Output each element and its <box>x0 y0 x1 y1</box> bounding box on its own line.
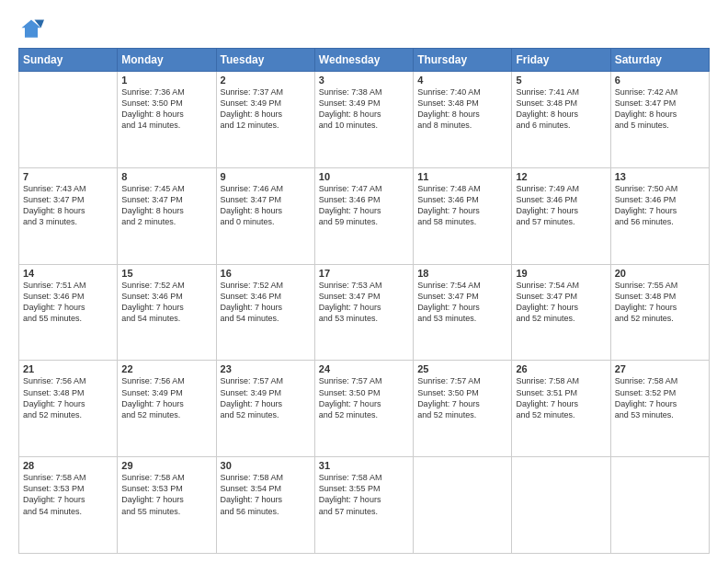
calendar-cell: 14Sunrise: 7:51 AM Sunset: 3:46 PM Dayli… <box>19 264 118 361</box>
calendar-cell <box>610 457 709 554</box>
day-number: 14 <box>23 268 113 279</box>
cell-info: Sunrise: 7:58 AM Sunset: 3:54 PM Dayligh… <box>221 472 311 517</box>
calendar-cell: 4Sunrise: 7:40 AM Sunset: 3:48 PM Daylig… <box>414 72 512 168</box>
calendar-cell <box>512 457 610 554</box>
cell-info: Sunrise: 7:54 AM Sunset: 3:47 PM Dayligh… <box>417 280 507 325</box>
day-number: 25 <box>417 363 507 374</box>
week-row-2: 7Sunrise: 7:43 AM Sunset: 3:47 PM Daylig… <box>19 167 710 264</box>
calendar-cell: 22Sunrise: 7:56 AM Sunset: 3:49 PM Dayli… <box>118 361 216 457</box>
day-number: 3 <box>319 75 409 86</box>
weekday-header-saturday: Saturday <box>610 49 709 72</box>
calendar-cell: 20Sunrise: 7:55 AM Sunset: 3:48 PM Dayli… <box>610 264 709 361</box>
day-number: 29 <box>121 460 211 471</box>
calendar-cell: 8Sunrise: 7:45 AM Sunset: 3:47 PM Daylig… <box>118 167 216 264</box>
calendar-cell: 19Sunrise: 7:54 AM Sunset: 3:47 PM Dayli… <box>512 264 610 361</box>
calendar-cell: 25Sunrise: 7:57 AM Sunset: 3:50 PM Dayli… <box>414 361 512 457</box>
day-number: 22 <box>121 363 211 374</box>
week-row-3: 14Sunrise: 7:51 AM Sunset: 3:46 PM Dayli… <box>19 264 710 361</box>
day-number: 7 <box>23 171 113 182</box>
cell-info: Sunrise: 7:58 AM Sunset: 3:55 PM Dayligh… <box>319 472 409 517</box>
calendar-cell: 12Sunrise: 7:49 AM Sunset: 3:46 PM Dayli… <box>512 167 610 264</box>
cell-info: Sunrise: 7:41 AM Sunset: 3:48 PM Dayligh… <box>516 86 606 132</box>
day-number: 9 <box>221 171 311 182</box>
calendar-cell: 9Sunrise: 7:46 AM Sunset: 3:47 PM Daylig… <box>216 167 314 264</box>
calendar-cell: 5Sunrise: 7:41 AM Sunset: 3:48 PM Daylig… <box>512 72 610 168</box>
cell-info: Sunrise: 7:46 AM Sunset: 3:47 PM Dayligh… <box>221 183 311 228</box>
weekday-header-sunday: Sunday <box>19 49 118 72</box>
calendar-cell: 24Sunrise: 7:57 AM Sunset: 3:50 PM Dayli… <box>314 361 413 457</box>
day-number: 31 <box>319 460 409 471</box>
calendar-cell: 10Sunrise: 7:47 AM Sunset: 3:46 PM Dayli… <box>314 167 413 264</box>
day-number: 24 <box>319 363 409 374</box>
logo <box>18 17 48 42</box>
weekday-header-thursday: Thursday <box>414 49 512 72</box>
calendar-cell: 13Sunrise: 7:50 AM Sunset: 3:46 PM Dayli… <box>610 167 709 264</box>
cell-info: Sunrise: 7:58 AM Sunset: 3:53 PM Dayligh… <box>121 472 211 517</box>
cell-info: Sunrise: 7:57 AM Sunset: 3:50 PM Dayligh… <box>319 375 409 420</box>
page: SundayMondayTuesdayWednesdayThursdayFrid… <box>0 0 728 563</box>
day-number: 30 <box>221 460 311 471</box>
day-number: 19 <box>516 268 606 279</box>
day-number: 16 <box>221 268 311 279</box>
calendar-cell: 15Sunrise: 7:52 AM Sunset: 3:46 PM Dayli… <box>118 264 216 361</box>
day-number: 13 <box>615 171 705 182</box>
calendar-cell: 2Sunrise: 7:37 AM Sunset: 3:49 PM Daylig… <box>216 72 314 168</box>
day-number: 20 <box>615 268 705 279</box>
cell-info: Sunrise: 7:52 AM Sunset: 3:46 PM Dayligh… <box>121 280 211 325</box>
day-number: 11 <box>417 171 507 182</box>
week-row-4: 21Sunrise: 7:56 AM Sunset: 3:48 PM Dayli… <box>19 361 710 457</box>
day-number: 12 <box>516 171 606 182</box>
cell-info: Sunrise: 7:58 AM Sunset: 3:53 PM Dayligh… <box>23 472 113 517</box>
calendar: SundayMondayTuesdayWednesdayThursdayFrid… <box>18 48 710 554</box>
cell-info: Sunrise: 7:57 AM Sunset: 3:50 PM Dayligh… <box>417 375 507 420</box>
calendar-cell: 28Sunrise: 7:58 AM Sunset: 3:53 PM Dayli… <box>19 457 118 554</box>
cell-info: Sunrise: 7:52 AM Sunset: 3:46 PM Dayligh… <box>221 280 311 325</box>
calendar-cell: 17Sunrise: 7:53 AM Sunset: 3:47 PM Dayli… <box>314 264 413 361</box>
calendar-cell: 6Sunrise: 7:42 AM Sunset: 3:47 PM Daylig… <box>610 72 709 168</box>
calendar-cell: 30Sunrise: 7:58 AM Sunset: 3:54 PM Dayli… <box>216 457 314 554</box>
day-number: 1 <box>121 75 211 86</box>
cell-info: Sunrise: 7:54 AM Sunset: 3:47 PM Dayligh… <box>516 280 606 325</box>
calendar-cell: 31Sunrise: 7:58 AM Sunset: 3:55 PM Dayli… <box>314 457 413 554</box>
cell-info: Sunrise: 7:53 AM Sunset: 3:47 PM Dayligh… <box>319 280 409 325</box>
cell-info: Sunrise: 7:50 AM Sunset: 3:46 PM Dayligh… <box>615 183 705 228</box>
day-number: 28 <box>23 460 113 471</box>
cell-info: Sunrise: 7:57 AM Sunset: 3:49 PM Dayligh… <box>221 375 311 420</box>
day-number: 6 <box>615 75 705 86</box>
calendar-cell: 29Sunrise: 7:58 AM Sunset: 3:53 PM Dayli… <box>118 457 216 554</box>
header <box>18 17 710 42</box>
calendar-cell: 3Sunrise: 7:38 AM Sunset: 3:49 PM Daylig… <box>314 72 413 168</box>
calendar-cell: 1Sunrise: 7:36 AM Sunset: 3:50 PM Daylig… <box>118 72 216 168</box>
calendar-cell: 18Sunrise: 7:54 AM Sunset: 3:47 PM Dayli… <box>414 264 512 361</box>
weekday-header-tuesday: Tuesday <box>216 49 314 72</box>
calendar-cell: 23Sunrise: 7:57 AM Sunset: 3:49 PM Dayli… <box>216 361 314 457</box>
day-number: 27 <box>615 363 705 374</box>
day-number: 4 <box>417 75 507 86</box>
weekday-header-wednesday: Wednesday <box>314 49 413 72</box>
day-number: 17 <box>319 268 409 279</box>
cell-info: Sunrise: 7:58 AM Sunset: 3:52 PM Dayligh… <box>615 375 705 420</box>
cell-info: Sunrise: 7:37 AM Sunset: 3:49 PM Dayligh… <box>221 86 311 132</box>
day-number: 18 <box>417 268 507 279</box>
week-row-5: 28Sunrise: 7:58 AM Sunset: 3:53 PM Dayli… <box>19 457 710 554</box>
cell-info: Sunrise: 7:56 AM Sunset: 3:49 PM Dayligh… <box>121 375 211 420</box>
logo-icon <box>18 17 44 42</box>
day-number: 5 <box>516 75 606 86</box>
cell-info: Sunrise: 7:47 AM Sunset: 3:46 PM Dayligh… <box>319 183 409 228</box>
day-number: 26 <box>516 363 606 374</box>
day-number: 2 <box>221 75 311 86</box>
calendar-cell: 7Sunrise: 7:43 AM Sunset: 3:47 PM Daylig… <box>19 167 118 264</box>
cell-info: Sunrise: 7:49 AM Sunset: 3:46 PM Dayligh… <box>516 183 606 228</box>
cell-info: Sunrise: 7:48 AM Sunset: 3:46 PM Dayligh… <box>417 183 507 228</box>
cell-info: Sunrise: 7:38 AM Sunset: 3:49 PM Dayligh… <box>319 86 409 132</box>
weekday-header-row: SundayMondayTuesdayWednesdayThursdayFrid… <box>19 49 710 72</box>
cell-info: Sunrise: 7:42 AM Sunset: 3:47 PM Dayligh… <box>615 86 705 132</box>
calendar-cell: 16Sunrise: 7:52 AM Sunset: 3:46 PM Dayli… <box>216 264 314 361</box>
calendar-cell <box>19 72 118 168</box>
cell-info: Sunrise: 7:40 AM Sunset: 3:48 PM Dayligh… <box>417 86 507 132</box>
calendar-cell: 21Sunrise: 7:56 AM Sunset: 3:48 PM Dayli… <box>19 361 118 457</box>
week-row-1: 1Sunrise: 7:36 AM Sunset: 3:50 PM Daylig… <box>19 72 710 168</box>
day-number: 21 <box>23 363 113 374</box>
day-number: 23 <box>221 363 311 374</box>
cell-info: Sunrise: 7:45 AM Sunset: 3:47 PM Dayligh… <box>121 183 211 228</box>
